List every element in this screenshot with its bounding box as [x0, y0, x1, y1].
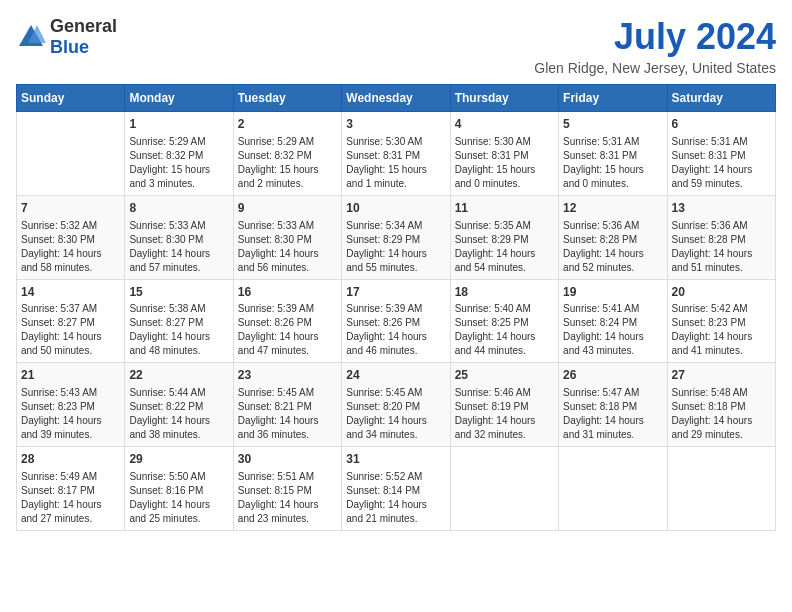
month-title: July 2024 — [534, 16, 776, 58]
day-number: 11 — [455, 200, 554, 217]
logo-icon — [16, 22, 46, 52]
cell-content: Sunrise: 5:30 AM Sunset: 8:31 PM Dayligh… — [455, 135, 554, 191]
calendar-week-5: 28Sunrise: 5:49 AM Sunset: 8:17 PM Dayli… — [17, 447, 776, 531]
calendar-cell: 8Sunrise: 5:33 AM Sunset: 8:30 PM Daylig… — [125, 195, 233, 279]
calendar-cell: 23Sunrise: 5:45 AM Sunset: 8:21 PM Dayli… — [233, 363, 341, 447]
cell-content: Sunrise: 5:36 AM Sunset: 8:28 PM Dayligh… — [563, 219, 662, 275]
cell-content: Sunrise: 5:29 AM Sunset: 8:32 PM Dayligh… — [238, 135, 337, 191]
day-number: 17 — [346, 284, 445, 301]
weekday-sunday: Sunday — [17, 85, 125, 112]
cell-content: Sunrise: 5:33 AM Sunset: 8:30 PM Dayligh… — [129, 219, 228, 275]
day-number: 30 — [238, 451, 337, 468]
calendar-cell: 15Sunrise: 5:38 AM Sunset: 8:27 PM Dayli… — [125, 279, 233, 363]
day-number: 29 — [129, 451, 228, 468]
logo: General Blue — [16, 16, 117, 58]
logo-text: General Blue — [50, 16, 117, 58]
weekday-friday: Friday — [559, 85, 667, 112]
calendar-cell: 24Sunrise: 5:45 AM Sunset: 8:20 PM Dayli… — [342, 363, 450, 447]
cell-content: Sunrise: 5:34 AM Sunset: 8:29 PM Dayligh… — [346, 219, 445, 275]
cell-content: Sunrise: 5:32 AM Sunset: 8:30 PM Dayligh… — [21, 219, 120, 275]
cell-content: Sunrise: 5:48 AM Sunset: 8:18 PM Dayligh… — [672, 386, 771, 442]
calendar-cell: 1Sunrise: 5:29 AM Sunset: 8:32 PM Daylig… — [125, 112, 233, 196]
cell-content: Sunrise: 5:31 AM Sunset: 8:31 PM Dayligh… — [672, 135, 771, 191]
calendar-cell: 26Sunrise: 5:47 AM Sunset: 8:18 PM Dayli… — [559, 363, 667, 447]
calendar-cell: 5Sunrise: 5:31 AM Sunset: 8:31 PM Daylig… — [559, 112, 667, 196]
day-number: 15 — [129, 284, 228, 301]
calendar-cell: 2Sunrise: 5:29 AM Sunset: 8:32 PM Daylig… — [233, 112, 341, 196]
weekday-tuesday: Tuesday — [233, 85, 341, 112]
day-number: 26 — [563, 367, 662, 384]
cell-content: Sunrise: 5:52 AM Sunset: 8:14 PM Dayligh… — [346, 470, 445, 526]
calendar-cell: 11Sunrise: 5:35 AM Sunset: 8:29 PM Dayli… — [450, 195, 558, 279]
calendar-week-3: 14Sunrise: 5:37 AM Sunset: 8:27 PM Dayli… — [17, 279, 776, 363]
day-number: 14 — [21, 284, 120, 301]
cell-content: Sunrise: 5:42 AM Sunset: 8:23 PM Dayligh… — [672, 302, 771, 358]
calendar-cell: 3Sunrise: 5:30 AM Sunset: 8:31 PM Daylig… — [342, 112, 450, 196]
day-number: 16 — [238, 284, 337, 301]
day-number: 27 — [672, 367, 771, 384]
calendar-body: 1Sunrise: 5:29 AM Sunset: 8:32 PM Daylig… — [17, 112, 776, 531]
calendar-cell: 27Sunrise: 5:48 AM Sunset: 8:18 PM Dayli… — [667, 363, 775, 447]
cell-content: Sunrise: 5:51 AM Sunset: 8:15 PM Dayligh… — [238, 470, 337, 526]
cell-content: Sunrise: 5:38 AM Sunset: 8:27 PM Dayligh… — [129, 302, 228, 358]
cell-content: Sunrise: 5:29 AM Sunset: 8:32 PM Dayligh… — [129, 135, 228, 191]
calendar-cell: 4Sunrise: 5:30 AM Sunset: 8:31 PM Daylig… — [450, 112, 558, 196]
day-number: 7 — [21, 200, 120, 217]
cell-content: Sunrise: 5:35 AM Sunset: 8:29 PM Dayligh… — [455, 219, 554, 275]
day-number: 20 — [672, 284, 771, 301]
day-number: 5 — [563, 116, 662, 133]
calendar-cell — [450, 447, 558, 531]
calendar-cell: 16Sunrise: 5:39 AM Sunset: 8:26 PM Dayli… — [233, 279, 341, 363]
calendar-header: SundayMondayTuesdayWednesdayThursdayFrid… — [17, 85, 776, 112]
day-number: 4 — [455, 116, 554, 133]
title-block: July 2024 Glen Ridge, New Jersey, United… — [534, 16, 776, 76]
day-number: 23 — [238, 367, 337, 384]
day-number: 25 — [455, 367, 554, 384]
calendar-cell: 17Sunrise: 5:39 AM Sunset: 8:26 PM Dayli… — [342, 279, 450, 363]
day-number: 19 — [563, 284, 662, 301]
calendar-cell: 6Sunrise: 5:31 AM Sunset: 8:31 PM Daylig… — [667, 112, 775, 196]
calendar-cell — [559, 447, 667, 531]
day-number: 3 — [346, 116, 445, 133]
cell-content: Sunrise: 5:40 AM Sunset: 8:25 PM Dayligh… — [455, 302, 554, 358]
weekday-monday: Monday — [125, 85, 233, 112]
calendar-table: SundayMondayTuesdayWednesdayThursdayFrid… — [16, 84, 776, 531]
day-number: 24 — [346, 367, 445, 384]
calendar-cell: 10Sunrise: 5:34 AM Sunset: 8:29 PM Dayli… — [342, 195, 450, 279]
cell-content: Sunrise: 5:44 AM Sunset: 8:22 PM Dayligh… — [129, 386, 228, 442]
cell-content: Sunrise: 5:47 AM Sunset: 8:18 PM Dayligh… — [563, 386, 662, 442]
cell-content: Sunrise: 5:30 AM Sunset: 8:31 PM Dayligh… — [346, 135, 445, 191]
calendar-cell: 28Sunrise: 5:49 AM Sunset: 8:17 PM Dayli… — [17, 447, 125, 531]
calendar-cell: 7Sunrise: 5:32 AM Sunset: 8:30 PM Daylig… — [17, 195, 125, 279]
cell-content: Sunrise: 5:50 AM Sunset: 8:16 PM Dayligh… — [129, 470, 228, 526]
page-header: General Blue July 2024 Glen Ridge, New J… — [16, 16, 776, 76]
calendar-cell: 19Sunrise: 5:41 AM Sunset: 8:24 PM Dayli… — [559, 279, 667, 363]
calendar-week-4: 21Sunrise: 5:43 AM Sunset: 8:23 PM Dayli… — [17, 363, 776, 447]
cell-content: Sunrise: 5:39 AM Sunset: 8:26 PM Dayligh… — [346, 302, 445, 358]
day-number: 2 — [238, 116, 337, 133]
cell-content: Sunrise: 5:31 AM Sunset: 8:31 PM Dayligh… — [563, 135, 662, 191]
day-number: 18 — [455, 284, 554, 301]
cell-content: Sunrise: 5:33 AM Sunset: 8:30 PM Dayligh… — [238, 219, 337, 275]
location: Glen Ridge, New Jersey, United States — [534, 60, 776, 76]
calendar-cell — [17, 112, 125, 196]
calendar-cell: 20Sunrise: 5:42 AM Sunset: 8:23 PM Dayli… — [667, 279, 775, 363]
calendar-cell: 18Sunrise: 5:40 AM Sunset: 8:25 PM Dayli… — [450, 279, 558, 363]
calendar-cell: 25Sunrise: 5:46 AM Sunset: 8:19 PM Dayli… — [450, 363, 558, 447]
day-number: 12 — [563, 200, 662, 217]
day-number: 31 — [346, 451, 445, 468]
weekday-wednesday: Wednesday — [342, 85, 450, 112]
logo-blue: Blue — [50, 37, 117, 58]
cell-content: Sunrise: 5:39 AM Sunset: 8:26 PM Dayligh… — [238, 302, 337, 358]
cell-content: Sunrise: 5:37 AM Sunset: 8:27 PM Dayligh… — [21, 302, 120, 358]
day-number: 21 — [21, 367, 120, 384]
calendar-cell: 22Sunrise: 5:44 AM Sunset: 8:22 PM Dayli… — [125, 363, 233, 447]
weekday-thursday: Thursday — [450, 85, 558, 112]
day-number: 1 — [129, 116, 228, 133]
calendar-cell: 29Sunrise: 5:50 AM Sunset: 8:16 PM Dayli… — [125, 447, 233, 531]
calendar-cell: 13Sunrise: 5:36 AM Sunset: 8:28 PM Dayli… — [667, 195, 775, 279]
day-number: 13 — [672, 200, 771, 217]
day-number: 28 — [21, 451, 120, 468]
cell-content: Sunrise: 5:36 AM Sunset: 8:28 PM Dayligh… — [672, 219, 771, 275]
calendar-week-1: 1Sunrise: 5:29 AM Sunset: 8:32 PM Daylig… — [17, 112, 776, 196]
